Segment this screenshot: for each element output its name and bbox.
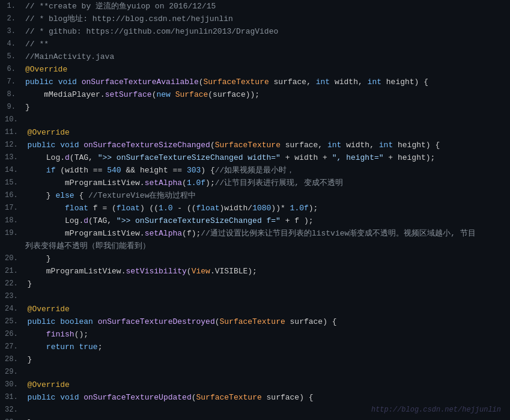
line-num-27: 27.	[0, 341, 25, 353]
line-num-32: 32.	[0, 404, 25, 416]
line-9: 9. }	[0, 101, 510, 114]
line-20: 20. }	[0, 252, 510, 265]
line-content-31: public void onSurfaceTextureUpdated(Surf…	[25, 391, 510, 404]
line-28: 28. }	[0, 353, 510, 366]
line-num-1: 1.	[0, 0, 23, 13]
line-33: 33. }	[0, 416, 510, 420]
line-content-27: return true;	[25, 341, 510, 353]
line-num-2: 2.	[0, 13, 23, 25]
line-num-8: 8.	[0, 88, 23, 101]
line-16: 16. } else { //TextureView在拖动过程中	[0, 189, 510, 202]
line-num-29: 29.	[0, 366, 25, 379]
line-num-3: 3.	[0, 25, 23, 38]
line-num-21: 21.	[0, 265, 25, 278]
line-31: 31. public void onSurfaceTextureUpdated(…	[0, 391, 510, 404]
line-30: 30. @Override	[0, 379, 510, 391]
line-content-3: // * github: https://github.com/hejunlin…	[23, 25, 510, 38]
line-num-9: 9.	[0, 101, 23, 114]
line-content-5: //MainActivity.java	[23, 50, 510, 63]
line-14: 14. if (width == 540 && height == 303) {…	[0, 164, 510, 177]
line-19b: 列表变得越不透明（即我们能看到）	[0, 240, 510, 252]
line-10: 10.	[0, 114, 510, 126]
line-content-1: // **create by 逆流的鱼yuiop on 2016/12/15	[23, 0, 510, 13]
line-content-22: }	[25, 278, 510, 290]
line-content-11: @Override	[25, 126, 510, 139]
line-2: 2. // * blog地址: http://blog.csdn.net/hej…	[0, 13, 510, 25]
line-content-10	[25, 114, 510, 126]
line-content-19b: 列表变得越不透明（即我们能看到）	[23, 240, 510, 252]
code-editor: 1. // **create by 逆流的鱼yuiop on 2016/12/1…	[0, 0, 510, 420]
line-27: 27. return true;	[0, 341, 510, 353]
line-num-7: 7.	[0, 76, 23, 88]
line-15: 15. mProgramListView.setAlpha(1.0f);//让节…	[0, 177, 510, 189]
line-24: 24. @Override	[0, 303, 510, 315]
line-content-26: finish();	[25, 328, 510, 341]
line-content-21: mProgramListView.setVisibility(View.VISI…	[25, 265, 510, 278]
line-1: 1. // **create by 逆流的鱼yuiop on 2016/12/1…	[0, 0, 510, 13]
line-21: 21. mProgramListView.setVisibility(View.…	[0, 265, 510, 278]
line-17: 17. float f = (float) ((1.0 - ((float)wi…	[0, 202, 510, 215]
line-7: 7. public void onSurfaceTextureAvailable…	[0, 76, 510, 88]
line-num-25: 25.	[0, 315, 25, 328]
line-content-7: public void onSurfaceTextureAvailable(Su…	[23, 76, 510, 88]
line-num-5: 5.	[0, 50, 23, 63]
line-content-8: mMediaPlayer.setSurface(new Surface(surf…	[23, 88, 510, 101]
line-6: 6. @Override	[0, 63, 510, 76]
line-11: 11. @Override	[0, 126, 510, 139]
line-content-4: // **	[23, 38, 510, 50]
line-content-13: Log.d(TAG, ">> onSurfaceTextureSizeChang…	[25, 151, 510, 164]
line-content-15: mProgramListView.setAlpha(1.0f);//让节目列表进…	[25, 177, 510, 189]
line-num-16: 16.	[0, 189, 25, 202]
line-19: 19. mProgramListView.setAlpha(f);//通过设置比…	[0, 227, 510, 240]
line-num-11: 11.	[0, 126, 25, 139]
line-num-4: 4.	[0, 38, 23, 50]
line-num-33: 33.	[0, 416, 25, 420]
line-num-22: 22.	[0, 278, 25, 290]
line-content-19: mProgramListView.setAlpha(f);//通过设置比例来让节…	[25, 227, 510, 240]
line-29: 29.	[0, 366, 510, 379]
line-num-18: 18.	[0, 215, 25, 227]
line-content-25: public boolean onSurfaceTextureDestroyed…	[25, 315, 510, 328]
line-num-20: 20.	[0, 252, 25, 265]
line-num-19: 19.	[0, 227, 25, 240]
line-26: 26. finish();	[0, 328, 510, 341]
line-22: 22. }	[0, 278, 510, 290]
line-num-12: 12.	[0, 139, 25, 151]
line-12: 12. public void onSurfaceTextureSizeChan…	[0, 139, 510, 151]
line-num-19b	[0, 240, 23, 252]
line-content-29	[25, 366, 510, 379]
line-num-31: 31.	[0, 391, 25, 404]
line-3: 3. // * github: https://github.com/hejun…	[0, 25, 510, 38]
line-content-33: }	[25, 416, 510, 420]
line-13: 13. Log.d(TAG, ">> onSurfaceTextureSizeC…	[0, 151, 510, 164]
line-content-16: } else { //TextureView在拖动过程中	[25, 189, 510, 202]
line-num-13: 13.	[0, 151, 25, 164]
line-4: 4. // **	[0, 38, 510, 50]
line-num-26: 26.	[0, 328, 25, 341]
line-content-2: // * blog地址: http://blog.csdn.net/hejjun…	[23, 13, 510, 25]
line-5: 5. //MainActivity.java	[0, 50, 510, 63]
line-content-30: @Override	[25, 379, 510, 391]
line-num-28: 28.	[0, 353, 25, 366]
line-num-6: 6.	[0, 63, 23, 76]
line-num-10: 10.	[0, 114, 25, 126]
line-content-12: public void onSurfaceTextureSizeChanged(…	[25, 139, 510, 151]
line-num-30: 30.	[0, 379, 25, 391]
line-content-17: float f = (float) ((1.0 - ((float)width/…	[25, 202, 510, 215]
line-content-14: if (width == 540 && height == 303) {//如果…	[25, 164, 510, 177]
line-num-23: 23.	[0, 290, 25, 303]
line-18: 18. Log.d(TAG, ">> onSurfaceTextureSizeC…	[0, 215, 510, 227]
line-content-28: }	[25, 353, 510, 366]
line-content-18: Log.d(TAG, ">> onSurfaceTextureSizeChang…	[25, 215, 510, 227]
line-8: 8. mMediaPlayer.setSurface(new Surface(s…	[0, 88, 510, 101]
line-content-23	[25, 290, 510, 303]
line-num-15: 15.	[0, 177, 25, 189]
line-content-24: @Override	[25, 303, 510, 315]
line-content-20: }	[25, 252, 510, 265]
line-num-17: 17.	[0, 202, 25, 215]
line-content-9: }	[23, 101, 510, 114]
line-content-6: @Override	[23, 63, 510, 76]
line-23: 23.	[0, 290, 510, 303]
line-num-24: 24.	[0, 303, 25, 315]
watermark: http://blog.csdn.net/hejjunlin	[371, 406, 501, 414]
